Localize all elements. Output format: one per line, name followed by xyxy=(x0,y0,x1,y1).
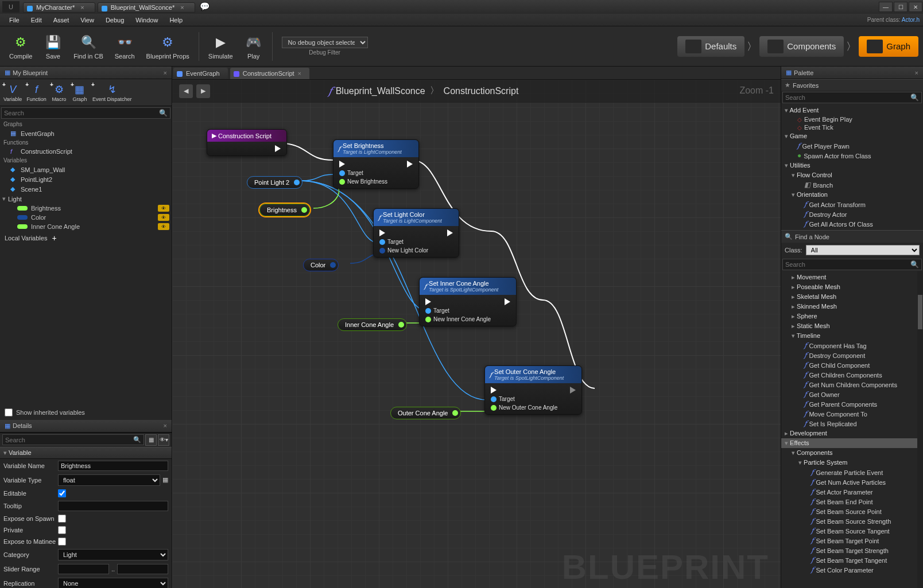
breadcrumb-blueprint[interactable]: Blueprint_WallSconce xyxy=(336,86,425,96)
close-icon[interactable]: × xyxy=(915,69,918,76)
node-set-light-color[interactable]: 𝑓Set Light ColorTarget is LightComponent… xyxy=(373,208,459,258)
object-pin[interactable] xyxy=(294,180,300,185)
chat-icon[interactable]: 💬 xyxy=(200,2,212,12)
orientation-category[interactable]: Orientation xyxy=(781,190,923,200)
var-brightness[interactable]: Brightness👁 xyxy=(0,204,172,213)
maximize-button[interactable]: ☐ xyxy=(894,2,908,12)
float-pin[interactable] xyxy=(398,322,404,328)
palette-item[interactable]: 𝑓Get Num Active Particles xyxy=(781,477,923,487)
nav-back-button[interactable]: ◀ xyxy=(179,84,193,98)
eventgraph-item[interactable]: ▦EventGraph xyxy=(0,128,172,138)
palette-item[interactable]: 𝑓Move Component To xyxy=(781,409,923,419)
node-var-color[interactable]: Color xyxy=(303,259,339,271)
breadcrumb-script[interactable]: ConstructionScript xyxy=(444,86,519,96)
palette-item[interactable]: 𝑓Get Children Components xyxy=(781,370,923,380)
expose-on-spawn-checkbox[interactable] xyxy=(58,515,66,523)
palette-item[interactable]: 𝑓Set Beam Target Tangent xyxy=(781,555,923,565)
game-category[interactable]: Game xyxy=(781,131,923,141)
node-var-brightness[interactable]: Brightness xyxy=(259,204,310,216)
get-all-actors-item[interactable]: 𝑓Get All Actors Of Class xyxy=(781,219,923,229)
view-options-button[interactable]: 👁▾ xyxy=(158,434,169,446)
skeletal-mesh-category[interactable]: Skeletal Mesh xyxy=(781,292,923,302)
var-inner-cone-angle[interactable]: Inner Cone Angle👁 xyxy=(0,222,172,231)
palette-item[interactable]: 𝑓Set Beam Source Point xyxy=(781,507,923,516)
add-variable-button[interactable]: +VVariable xyxy=(1,81,24,103)
property-matrix-button[interactable]: ▦ xyxy=(145,434,157,446)
close-icon[interactable]: × xyxy=(164,69,167,76)
var-color[interactable]: Color👁 xyxy=(0,213,172,222)
var-pointlight2[interactable]: ◆PointLight2 xyxy=(0,174,172,184)
palette-item[interactable]: 𝑓Set Beam Source Tangent xyxy=(781,526,923,536)
menu-edit[interactable]: Edit xyxy=(25,15,48,25)
get-player-pawn-item[interactable]: 𝑓Get Player Pawn xyxy=(781,141,923,151)
close-button[interactable]: ✕ xyxy=(909,2,922,12)
color-pin[interactable] xyxy=(330,262,336,268)
editable-checkbox[interactable] xyxy=(58,489,66,497)
palette-item[interactable]: 𝑓Get Child Component xyxy=(781,360,923,370)
float-pin[interactable] xyxy=(491,405,497,411)
destroy-actor-item[interactable]: 𝑓Destroy Actor xyxy=(781,209,923,219)
menu-help[interactable]: Help xyxy=(164,15,188,25)
palette-item[interactable]: 𝑓Set Color Parameter xyxy=(781,565,923,575)
object-pin[interactable] xyxy=(425,308,431,314)
eye-icon[interactable]: 👁 xyxy=(158,205,169,212)
exec-pin-out[interactable] xyxy=(275,145,281,152)
parent-class-link[interactable]: Actor.h xyxy=(902,17,920,23)
close-icon[interactable]: × xyxy=(180,4,184,11)
blueprint-props-button[interactable]: ⚙Blueprint Props xyxy=(143,31,193,62)
add-event-category[interactable]: Add Event xyxy=(781,106,923,115)
menu-view[interactable]: View xyxy=(75,15,100,25)
slider-max-input[interactable] xyxy=(117,564,168,574)
mode-graph[interactable]: Graph xyxy=(859,36,918,57)
mode-components[interactable]: Components xyxy=(759,36,844,57)
eye-icon[interactable]: 👁 xyxy=(158,223,169,230)
object-pin[interactable] xyxy=(491,396,497,402)
palette-item[interactable]: 𝑓Set Beam End Point xyxy=(781,497,923,507)
node-set-brightness[interactable]: 𝑓Set BrightnessTarget is LightComponent … xyxy=(333,139,419,189)
palette-item[interactable]: 𝑓Destroy Component xyxy=(781,351,923,360)
palette-item[interactable]: 𝑓Get Owner xyxy=(781,390,923,399)
palette-item[interactable]: 𝑓Get Parent Components xyxy=(781,399,923,409)
close-icon[interactable]: × xyxy=(80,4,84,11)
nav-forward-button[interactable]: ▶ xyxy=(196,84,210,98)
object-pin[interactable] xyxy=(339,170,345,176)
category-select[interactable]: Light xyxy=(58,549,168,560)
title-tab-wallsconce[interactable]: Blueprint_WallSconce*× xyxy=(98,2,195,13)
poseable-mesh-category[interactable]: Poseable Mesh xyxy=(781,282,923,292)
scrollbar[interactable] xyxy=(917,271,923,588)
find-a-node-header[interactable]: 🔍Find a Node xyxy=(781,230,923,243)
exec-pin-in[interactable] xyxy=(425,298,431,305)
timeline-category[interactable]: Timeline xyxy=(781,331,923,341)
palette-item[interactable]: 𝑓Set Is Replicated xyxy=(781,419,923,429)
exec-pin-out[interactable] xyxy=(447,229,453,236)
movement-category[interactable]: Movement xyxy=(781,272,923,282)
node-construction-script[interactable]: ▶ Construction Script xyxy=(207,129,287,156)
node-var-inner-cone-angle[interactable]: Inner Cone Angle xyxy=(338,318,407,331)
var-scene1[interactable]: ◆Scene1 xyxy=(0,184,172,194)
exec-pin-in[interactable] xyxy=(379,229,385,236)
find-in-cb-button[interactable]: 🔍Find in CB xyxy=(70,31,106,62)
palette-item[interactable]: 𝑓Set Beam Source Strength xyxy=(781,516,923,526)
close-icon[interactable]: × xyxy=(298,70,301,77)
spawn-actor-item[interactable]: ●Spawn Actor from Class xyxy=(781,151,923,161)
float-pin[interactable] xyxy=(339,179,345,185)
menu-window[interactable]: Window xyxy=(130,15,164,25)
sphere-category[interactable]: Sphere xyxy=(781,311,923,321)
eye-icon[interactable]: 👁 xyxy=(158,214,169,221)
palette-item[interactable]: 𝑓Set Beam Target Point xyxy=(781,536,923,546)
palette-item[interactable]: 𝑓Set Beam Target Strength xyxy=(781,546,923,555)
mode-defaults[interactable]: Defaults xyxy=(677,36,744,57)
graph-canvas[interactable]: ◀ ▶ 𝑓 Blueprint_WallSconce 〉 Constructio… xyxy=(172,80,781,588)
my-blueprint-search[interactable] xyxy=(4,110,159,116)
exec-pin-in[interactable] xyxy=(491,387,497,394)
scrollbar-thumb[interactable] xyxy=(918,295,922,329)
menu-file[interactable]: File xyxy=(3,15,25,25)
node-set-inner-cone-angle[interactable]: 𝑓Set Inner Cone AngleTarget is SpotLight… xyxy=(419,277,517,326)
color-pin[interactable] xyxy=(379,248,385,254)
eventgraph-tab[interactable]: EventGraph xyxy=(173,68,228,79)
event-tick-item[interactable]: ◇Event Tick xyxy=(781,123,923,131)
show-inherited-toggle[interactable]: Show inherited variables xyxy=(0,405,172,420)
play-button[interactable]: 🎮Play xyxy=(241,31,266,62)
expose-to-matinee-checkbox[interactable] xyxy=(58,538,66,546)
var-sm-lamp-wall[interactable]: ◆SM_Lamp_Wall xyxy=(0,165,172,174)
